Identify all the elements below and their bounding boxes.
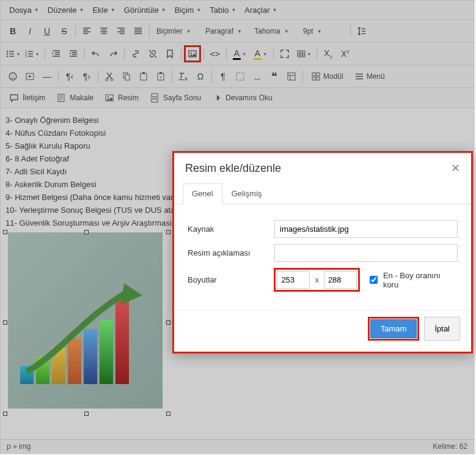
undo-button[interactable]	[87, 45, 104, 62]
menu-tools[interactable]: Araçlar▼	[241, 3, 280, 17]
bullet-list-button[interactable]: ▼	[4, 45, 21, 62]
paragraph-select[interactable]: Paragraf▼	[201, 23, 250, 39]
visualblocks-button[interactable]	[232, 68, 249, 85]
menu-table[interactable]: Tablo▼	[206, 3, 240, 17]
sayfasonu-button[interactable]: Sayfa Sonu	[145, 91, 206, 105]
copy-button[interactable]	[118, 68, 135, 85]
blockquote-button[interactable]: ❝	[266, 68, 283, 85]
smiley-button[interactable]	[4, 68, 21, 85]
indent-button[interactable]	[65, 45, 82, 62]
resize-handle[interactable]	[84, 412, 89, 416]
superscript-button[interactable]: X2	[337, 45, 354, 62]
hr-button[interactable]: —	[38, 68, 56, 85]
cancel-button[interactable]: İptal	[424, 317, 460, 341]
resize-handle[interactable]	[3, 230, 7, 234]
link-button[interactable]	[127, 45, 144, 62]
lineheight-button[interactable]	[353, 23, 370, 40]
align-right-button[interactable]	[112, 23, 130, 40]
bgcolor-icon: A	[254, 48, 262, 60]
fullscreen-button[interactable]	[276, 45, 293, 62]
selected-image[interactable]	[5, 232, 168, 413]
bold-button[interactable]: B	[4, 23, 21, 40]
tab-advanced[interactable]: Gelişmiş	[222, 183, 271, 204]
module-button[interactable]: Modül	[306, 68, 349, 85]
pagebreak-icon	[150, 93, 159, 103]
align-left-button[interactable]	[78, 23, 95, 40]
resize-handle[interactable]	[166, 320, 170, 325]
image-placeholder	[8, 232, 163, 409]
italic-button[interactable]: I	[21, 23, 38, 40]
width-input[interactable]	[277, 271, 310, 289]
makale-button[interactable]: Makale	[51, 91, 98, 105]
menu-format[interactable]: Biçim▼	[171, 3, 205, 17]
desc-input[interactable]	[274, 244, 458, 262]
template-icon	[287, 72, 296, 81]
ok-button[interactable]: Tamam	[370, 319, 417, 338]
removeformat-button[interactable]: T×	[175, 68, 192, 85]
strikethrough-button[interactable]: S	[56, 23, 73, 40]
separator	[75, 25, 76, 37]
resize-handle[interactable]	[84, 230, 89, 234]
ltr-button[interactable]: ¶‹	[61, 68, 78, 85]
resize-handle[interactable]	[3, 412, 7, 416]
media-button[interactable]	[21, 68, 38, 85]
nonbreaking-button[interactable]: ⎵	[249, 68, 266, 85]
height-input[interactable]	[324, 271, 357, 289]
menu-edit[interactable]: Düzenle▼	[44, 3, 88, 17]
element-path[interactable]: p » img	[7, 442, 31, 451]
redo-button[interactable]	[104, 45, 122, 62]
menu-insert[interactable]: Ekle▼	[89, 3, 119, 17]
dialog-body: Kaynak Resim açıklaması Boyutlar x En - …	[174, 204, 471, 304]
keep-ratio-checkbox[interactable]	[370, 276, 378, 284]
charmap-button[interactable]: Ω	[192, 68, 209, 85]
doc-line: 4- Nüfus Cüzdanı Fotokopisi	[5, 128, 469, 138]
backcolor-button[interactable]: A▼	[250, 45, 271, 62]
outdent-button[interactable]	[48, 45, 65, 62]
unlink-button[interactable]	[144, 45, 161, 62]
toolbar-row-1: B I U S Biçimler▼ Paragraf▼ Tahoma▼ 9pt▼	[1, 20, 474, 43]
fullscreen-icon	[280, 49, 290, 59]
devaminioku-button[interactable]: Devamını Oku	[207, 91, 277, 105]
tab-general[interactable]: Genel	[183, 183, 222, 204]
separator	[45, 48, 45, 60]
fontfamily-select[interactable]: Tahoma▼	[250, 23, 299, 39]
separator	[350, 25, 351, 37]
resize-handle[interactable]	[3, 320, 7, 325]
keep-ratio-label[interactable]: En - Boy oranını koru	[367, 271, 458, 289]
cut-button[interactable]	[101, 68, 118, 85]
resize-handle[interactable]	[166, 230, 170, 234]
align-center-button[interactable]	[95, 23, 112, 40]
rtl-button[interactable]: ¶›	[78, 68, 95, 85]
pastetext-button[interactable]: T	[152, 68, 169, 85]
visualchars-button[interactable]: ¶	[214, 68, 232, 85]
subscript-button[interactable]: X2	[320, 45, 337, 62]
numbered-list-button[interactable]: 123▼	[21, 45, 42, 62]
table-button[interactable]: ▼	[293, 45, 314, 62]
separator	[181, 48, 181, 60]
fontsize-select[interactable]: 9pt▼	[299, 23, 348, 39]
resize-handle[interactable]	[166, 412, 170, 416]
align-justify-button[interactable]	[130, 23, 147, 40]
anchor-button[interactable]	[161, 45, 178, 62]
svg-rect-8	[298, 51, 305, 57]
menu-file[interactable]: Dosya▼	[5, 3, 43, 17]
form-row-dims: Boyutlar x En - Boy oranını koru	[188, 268, 458, 292]
underline-button[interactable]: U	[38, 23, 56, 40]
forecolor-button[interactable]: A▼	[229, 45, 250, 62]
svg-rect-26	[312, 77, 315, 80]
template-button[interactable]	[283, 68, 300, 85]
menu-button[interactable]: Menü	[349, 68, 390, 85]
close-button[interactable]: ✕	[451, 161, 460, 175]
formats-select[interactable]: Biçimler▼	[152, 23, 201, 39]
menu-view[interactable]: Görüntüle▼	[120, 3, 170, 17]
source-input[interactable]	[274, 220, 458, 238]
resim-button[interactable]: Resim	[100, 91, 144, 105]
copy-icon	[122, 72, 131, 81]
paste-button[interactable]	[135, 68, 152, 85]
svg-point-1	[6, 53, 8, 55]
iletisim-button[interactable]: İletişim	[4, 91, 50, 105]
insert-image-button[interactable]	[184, 45, 201, 62]
source-code-button[interactable]: <>	[207, 45, 224, 62]
desc-label: Resim açıklaması	[188, 248, 267, 257]
dimensions-group: x	[274, 268, 360, 292]
